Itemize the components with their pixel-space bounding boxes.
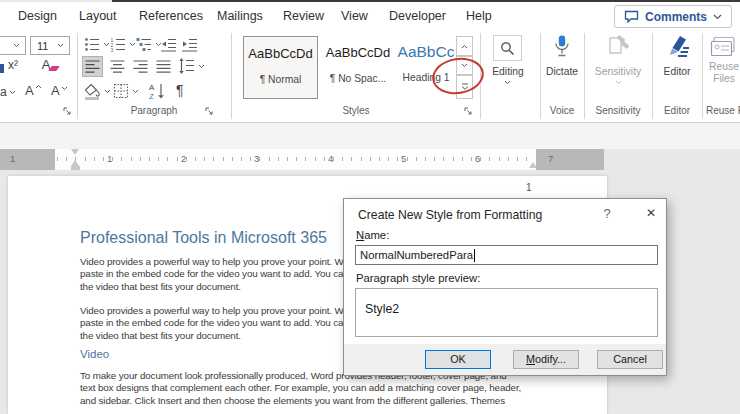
grow-font-button[interactable]: A bbox=[25, 83, 42, 98]
style-preview-text: AaBbCcDd bbox=[323, 45, 393, 60]
style-preview-text: AaBbCc bbox=[395, 43, 457, 61]
font-size-value: 11 bbox=[37, 40, 48, 52]
editor-group-label: Editor bbox=[654, 105, 700, 116]
comment-bubble-icon bbox=[624, 10, 639, 23]
name-field-label: Name: bbox=[356, 229, 389, 241]
style-name-input[interactable]: NormalNumberedPara bbox=[355, 245, 658, 265]
font-name-combo[interactable] bbox=[0, 36, 26, 55]
ruler-right-margin bbox=[536, 149, 604, 170]
create-style-dialog: Create New Style from Formatting ? ✕ Nam… bbox=[343, 198, 667, 376]
multilevel-list-button[interactable] bbox=[136, 37, 162, 52]
style-name: ¶ No Spac... bbox=[323, 73, 393, 84]
ribbon: 11 x² A a A A 123 bbox=[0, 30, 740, 123]
modify-button[interactable]: Modify... bbox=[513, 350, 579, 369]
ruler-number: 6 bbox=[475, 153, 480, 164]
change-case-button[interactable]: a bbox=[0, 85, 16, 99]
style-name: Heading 1 bbox=[395, 72, 457, 83]
microphone-icon bbox=[552, 34, 572, 60]
search-icon bbox=[500, 41, 515, 56]
preview-style-text: Style2 bbox=[365, 302, 399, 316]
style-name-value: NormalNumberedPara bbox=[360, 249, 473, 261]
styles-more-button[interactable] bbox=[456, 75, 473, 99]
justify-button[interactable] bbox=[153, 56, 174, 77]
bullets-button[interactable] bbox=[84, 37, 110, 52]
reuse-files-button[interactable] bbox=[710, 36, 736, 58]
show-formatting-button[interactable]: ¶ bbox=[176, 82, 184, 98]
numbering-button[interactable]: 123 bbox=[110, 37, 136, 52]
tab-developer[interactable]: Developer bbox=[389, 9, 446, 23]
shrink-font-button[interactable]: A bbox=[51, 83, 68, 98]
style-card-no-spacing[interactable]: AaBbCcDd ¶ No Spac... bbox=[323, 36, 393, 99]
dialog-title: Create New Style from Formatting bbox=[358, 208, 542, 222]
sort-button[interactable]: AZ bbox=[148, 82, 166, 99]
first-line-indent-marker[interactable] bbox=[71, 149, 79, 155]
superscript-icon: x² bbox=[8, 58, 18, 72]
styles-dialog-launcher[interactable] bbox=[463, 106, 473, 116]
tab-design[interactable]: Design bbox=[18, 9, 57, 23]
clear-formatting-button[interactable]: A bbox=[37, 56, 55, 72]
svg-text:3: 3 bbox=[111, 47, 114, 52]
voice-group-label: Voice bbox=[538, 105, 586, 116]
editor-pen-icon bbox=[664, 34, 690, 60]
page-number: 1 bbox=[526, 182, 532, 193]
tab-view[interactable]: View bbox=[341, 9, 368, 23]
superscript-button[interactable]: x² bbox=[8, 58, 18, 72]
shading-button[interactable] bbox=[84, 83, 111, 100]
chevron-down-icon bbox=[713, 14, 722, 20]
ribbon-document-gap bbox=[0, 123, 740, 149]
dialog-close-button[interactable]: ✕ bbox=[641, 204, 661, 222]
sensitivity-button[interactable] bbox=[606, 35, 630, 59]
paragraph-dialog-launcher[interactable] bbox=[204, 106, 214, 116]
sensitivity-label: Sensitivity bbox=[586, 66, 650, 77]
tab-references[interactable]: References bbox=[139, 9, 203, 23]
font-dialog-launcher[interactable] bbox=[62, 106, 72, 116]
styles-group-label: Styles bbox=[233, 105, 479, 116]
style-card-normal[interactable]: AaBbCcDd ¶ Normal bbox=[243, 36, 318, 99]
reuse-group-label: Reuse Fi bbox=[706, 105, 740, 116]
change-case-icon: a bbox=[0, 85, 7, 99]
font-size-combo[interactable]: 11 bbox=[30, 36, 70, 55]
editor-button[interactable] bbox=[664, 34, 690, 60]
group-separator bbox=[480, 33, 481, 119]
shrink-font-icon: A bbox=[51, 83, 60, 98]
chevron-down-icon bbox=[57, 43, 64, 48]
ok-button[interactable]: OK bbox=[425, 350, 491, 369]
tab-review[interactable]: Review bbox=[283, 9, 324, 23]
comments-label: Comments bbox=[645, 10, 707, 24]
group-separator bbox=[231, 33, 232, 119]
align-left-button[interactable] bbox=[82, 56, 103, 77]
clipped-icon bbox=[0, 64, 4, 73]
comments-button[interactable]: Comments bbox=[614, 5, 732, 28]
eraser-icon bbox=[48, 66, 60, 71]
borders-button[interactable] bbox=[113, 83, 139, 99]
align-center-button[interactable] bbox=[107, 56, 128, 77]
ruler-ticks bbox=[57, 157, 535, 161]
align-right-button[interactable] bbox=[130, 56, 151, 77]
dictate-button[interactable] bbox=[552, 34, 572, 60]
increase-indent-button[interactable] bbox=[181, 37, 198, 52]
right-indent-marker[interactable] bbox=[529, 162, 537, 168]
tab-layout[interactable]: Layout bbox=[79, 9, 117, 23]
left-indent-marker[interactable] bbox=[71, 166, 80, 170]
grow-font-icon: A bbox=[25, 83, 34, 98]
dialog-help-button[interactable]: ? bbox=[600, 206, 614, 221]
tab-help[interactable]: Help bbox=[466, 9, 492, 23]
styles-scroll-up-button[interactable] bbox=[456, 36, 473, 56]
sensitivity-icon bbox=[606, 35, 630, 59]
style-card-heading1[interactable]: AaBbCc Heading 1 bbox=[395, 36, 457, 99]
decrease-indent-button[interactable] bbox=[160, 37, 177, 52]
style-preview-text: AaBbCcDd bbox=[244, 46, 317, 61]
group-separator bbox=[702, 33, 703, 119]
ruler-left-margin bbox=[0, 149, 55, 170]
pilcrow-icon: ¶ bbox=[176, 82, 184, 98]
editing-button[interactable] bbox=[493, 35, 522, 61]
style-name: ¶ Normal bbox=[244, 74, 317, 85]
line-spacing-button[interactable] bbox=[178, 58, 205, 74]
text-line: text box designs that complement each ot… bbox=[80, 382, 521, 394]
styles-scroll-down-button[interactable] bbox=[456, 56, 473, 75]
text-line: and sidebar. Click Insert and then choos… bbox=[80, 395, 521, 407]
cancel-button[interactable]: Cancel bbox=[597, 350, 663, 369]
svg-text:Z: Z bbox=[149, 92, 154, 100]
editing-label: Editing bbox=[483, 66, 533, 77]
tab-mailings[interactable]: Mailings bbox=[217, 9, 263, 23]
